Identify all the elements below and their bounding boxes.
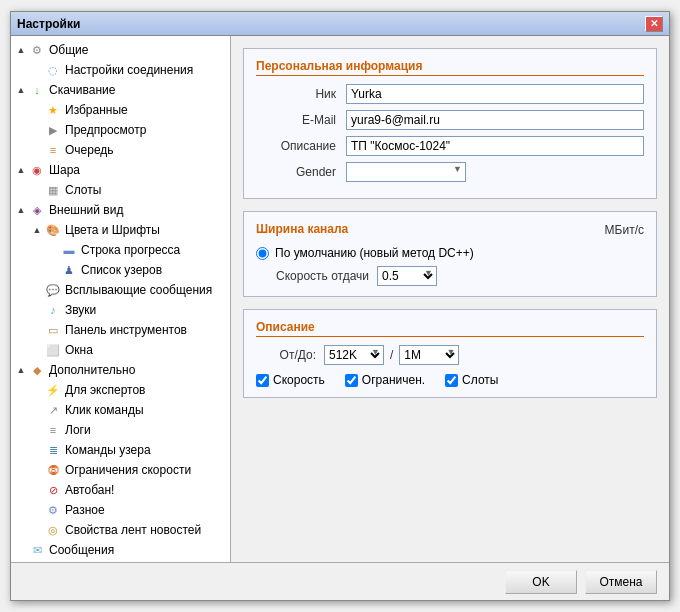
- icon-connection: ◌: [45, 62, 61, 78]
- sidebar-item-sounds[interactable]: ♪Звуки: [11, 300, 230, 320]
- tree-panel: ▲⚙Общие◌Настройки соединения▲↓Скачивание…: [11, 36, 231, 562]
- sidebar-item-windows[interactable]: ⬜Окна: [11, 340, 230, 360]
- arrow-experts: [31, 384, 43, 396]
- desc-section-title: Описание: [256, 320, 644, 337]
- settings-window: Настройки ✕ ▲⚙Общие◌Настройки соединения…: [10, 11, 670, 601]
- arrow-usercmds: [31, 444, 43, 456]
- arrow-favorites: [31, 104, 43, 116]
- sidebar-label-download: Скачивание: [49, 83, 115, 97]
- icon-slots: ▦: [45, 182, 61, 198]
- sidebar-item-preview[interactable]: ▶Предпросмотр: [11, 120, 230, 140]
- sidebar-item-clickcmd[interactable]: ↗Клик команды: [11, 400, 230, 420]
- email-input[interactable]: [346, 110, 644, 130]
- from-select-wrapper: 256K 512K 1M 2M: [324, 345, 384, 365]
- sidebar-item-queue[interactable]: ≡Очередь: [11, 140, 230, 160]
- channel-default-radio[interactable]: [256, 247, 269, 260]
- speed-checkbox-label: Скорость: [273, 373, 325, 387]
- ok-button[interactable]: OK: [505, 570, 577, 594]
- sidebar-item-experts[interactable]: ⚡Для экспертов: [11, 380, 230, 400]
- arrow-colors: ▲: [31, 224, 43, 236]
- arrow-userlist: [47, 264, 59, 276]
- sidebar-label-toolbar: Панель инструментов: [65, 323, 187, 337]
- sidebar-item-userlist[interactable]: ♟Список узеров: [11, 260, 230, 280]
- sidebar-item-autobahn[interactable]: ⊘Автобан!: [11, 480, 230, 500]
- sidebar-item-colors[interactable]: ▲🎨Цвета и Шрифты: [11, 220, 230, 240]
- nick-row: Ник: [256, 84, 644, 104]
- icon-userlist: ♟: [61, 262, 77, 278]
- sidebar-label-logs: Логи: [65, 423, 91, 437]
- nick-input[interactable]: [346, 84, 644, 104]
- gender-row: Gender Мужской Женский: [256, 162, 644, 182]
- arrow-download: ▲: [15, 84, 27, 96]
- arrow-progress: [47, 244, 59, 256]
- sidebar-item-connection[interactable]: ◌Настройки соединения: [11, 60, 230, 80]
- sidebar-item-progress[interactable]: ▬Строка прогресса: [11, 240, 230, 260]
- sidebar-item-misc[interactable]: ⚙Разное: [11, 500, 230, 520]
- sidebar-item-messages[interactable]: ✉Сообщения: [11, 540, 230, 560]
- gender-label: Gender: [256, 165, 336, 179]
- sidebar-item-share[interactable]: ▲◉Шара: [11, 160, 230, 180]
- limit-checkbox[interactable]: [345, 374, 358, 387]
- limit-checkbox-item: Ограничен.: [345, 373, 425, 387]
- sidebar-label-misc: Разное: [65, 503, 105, 517]
- arrow-general: ▲: [15, 44, 27, 56]
- icon-toolbar: ▭: [45, 322, 61, 338]
- bottom-bar: OK Отмена: [11, 562, 669, 600]
- title-bar-controls: ✕: [645, 16, 663, 32]
- arrow-sounds: [31, 304, 43, 316]
- arrow-toolbar: [31, 324, 43, 336]
- from-to-label: От/До:: [256, 348, 316, 362]
- icon-rss: ◎: [45, 522, 61, 538]
- sidebar-item-popups[interactable]: 💬Всплывающие сообщения: [11, 280, 230, 300]
- sidebar-label-usercmds: Команды узера: [65, 443, 151, 457]
- from-select[interactable]: 256K 512K 1M 2M: [324, 345, 384, 365]
- gender-select[interactable]: Мужской Женский: [346, 162, 466, 182]
- channel-unit: МБит/с: [605, 223, 644, 237]
- upload-speed-select[interactable]: 0.5 1 2 5 10: [377, 266, 437, 286]
- sidebar-item-toolbar[interactable]: ▭Панель инструментов: [11, 320, 230, 340]
- sidebar-item-usercmds[interactable]: ≣Команды узера: [11, 440, 230, 460]
- to-select[interactable]: 512K 1M 2M 4M: [399, 345, 459, 365]
- sidebar-item-appearance[interactable]: ▲◈Внешний вид: [11, 200, 230, 220]
- from-to-row: От/До: 256K 512K 1M 2M / 512K 1M: [256, 345, 644, 365]
- icon-favorites: ★: [45, 102, 61, 118]
- sidebar-item-rss[interactable]: ◎Свойства лент новостей: [11, 520, 230, 540]
- description-input[interactable]: [346, 136, 644, 156]
- sidebar-item-download[interactable]: ▲↓Скачивание: [11, 80, 230, 100]
- close-button[interactable]: ✕: [645, 16, 663, 32]
- sidebar-item-speedlimit[interactable]: ⓼Ограничения скорости: [11, 460, 230, 480]
- sidebar-label-queue: Очередь: [65, 143, 114, 157]
- slots-checkbox-item: Слоты: [445, 373, 498, 387]
- icon-experts: ⚡: [45, 382, 61, 398]
- icon-windows: ⬜: [45, 342, 61, 358]
- slots-checkbox-label: Слоты: [462, 373, 498, 387]
- arrow-clickcmd: [31, 404, 43, 416]
- icon-sounds: ♪: [45, 302, 61, 318]
- arrow-queue: [31, 144, 43, 156]
- sidebar-item-advanced[interactable]: ▲◆Дополнительно: [11, 360, 230, 380]
- description-row: Описание: [256, 136, 644, 156]
- sidebar-label-advanced: Дополнительно: [49, 363, 135, 377]
- sidebar-item-slots[interactable]: ▦Слоты: [11, 180, 230, 200]
- sidebar-label-speedlimit: Ограничения скорости: [65, 463, 191, 477]
- right-panel: Персональная информация Ник E-Mail Описа…: [231, 36, 669, 562]
- personal-info-section: Персональная информация Ник E-Mail Описа…: [243, 48, 657, 199]
- sidebar-item-logs[interactable]: ≡Логи: [11, 420, 230, 440]
- arrow-windows: [31, 344, 43, 356]
- sidebar-item-favorites[interactable]: ★Избранные: [11, 100, 230, 120]
- separator: /: [390, 348, 393, 362]
- arrow-preview: [31, 124, 43, 136]
- cancel-button[interactable]: Отмена: [585, 570, 657, 594]
- sidebar-label-appearance: Внешний вид: [49, 203, 123, 217]
- arrow-slots: [31, 184, 43, 196]
- nick-label: Ник: [256, 87, 336, 101]
- personal-section-title: Персональная информация: [256, 59, 644, 76]
- sidebar-item-general[interactable]: ▲⚙Общие: [11, 40, 230, 60]
- icon-share: ◉: [29, 162, 45, 178]
- sidebar-label-experts: Для экспертов: [65, 383, 145, 397]
- sidebar-label-progress: Строка прогресса: [81, 243, 180, 257]
- slots-checkbox[interactable]: [445, 374, 458, 387]
- speed-checkbox[interactable]: [256, 374, 269, 387]
- icon-appearance: ◈: [29, 202, 45, 218]
- sidebar-label-userlist: Список узеров: [81, 263, 162, 277]
